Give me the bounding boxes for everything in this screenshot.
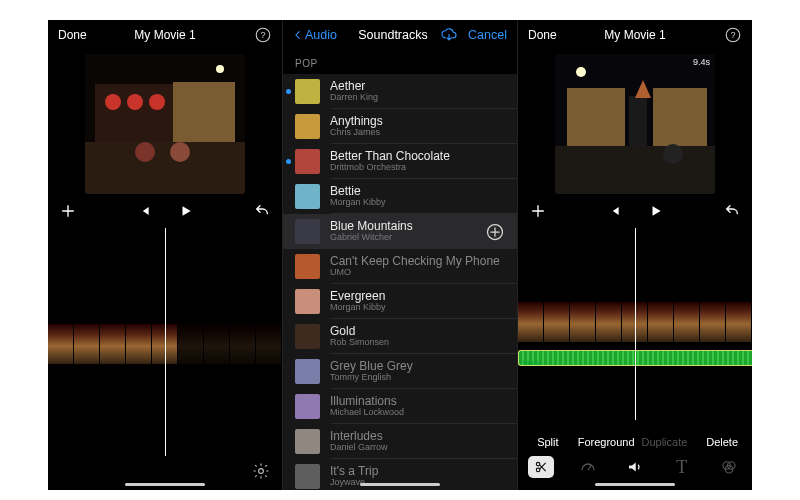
editor-screen-basic: Done My Movie 1 ? [48, 20, 282, 490]
track-title: Aether [330, 80, 505, 93]
svg-rect-3 [85, 142, 245, 194]
play-icon [649, 204, 663, 218]
project-settings-button[interactable] [252, 462, 270, 480]
undo-icon [254, 203, 270, 219]
plus-icon [60, 203, 76, 219]
svg-rect-18 [567, 88, 625, 146]
back-button[interactable]: Audio [293, 28, 349, 42]
topbar: Audio Soundtracks Cancel [283, 20, 517, 50]
help-button[interactable]: ? [230, 26, 272, 44]
svg-rect-8 [173, 82, 235, 142]
scissors-icon [534, 460, 548, 474]
preview-image [85, 54, 245, 194]
chevron-left-icon [293, 28, 303, 42]
previous-button[interactable] [607, 204, 621, 218]
home-indicator [595, 483, 675, 486]
volume-icon [626, 458, 644, 476]
svg-point-21 [576, 67, 586, 77]
track-row[interactable]: BettieMorgan Kibby [283, 179, 517, 214]
undo-button[interactable] [254, 203, 270, 219]
track-row[interactable]: Can't Keep Checking My PhoneUMO [283, 249, 517, 284]
track-artwork [295, 254, 320, 279]
cloud-download-icon[interactable] [440, 28, 458, 42]
track-artist: Morgan Kibby [330, 198, 505, 208]
help-icon: ? [254, 26, 272, 44]
track-row[interactable]: GoldRob Simonsen [283, 319, 517, 354]
track-artist: Drittmob Orchestra [330, 163, 505, 173]
track-artwork [295, 149, 320, 174]
track-artwork [295, 79, 320, 104]
back-label: Audio [305, 28, 337, 42]
track-artwork [295, 394, 320, 419]
track-artwork [295, 429, 320, 454]
track-row[interactable]: AnythingsChris James [283, 109, 517, 144]
video-preview[interactable]: 9.4s [555, 54, 715, 194]
done-button[interactable]: Done [58, 28, 100, 42]
cancel-button[interactable]: Cancel [468, 28, 507, 42]
track-title: Anythings [330, 115, 505, 128]
svg-point-22 [663, 144, 683, 164]
plus-circle-icon [485, 222, 505, 242]
play-button[interactable] [649, 204, 663, 218]
download-indicator-icon [286, 89, 291, 94]
timeline[interactable] [48, 228, 282, 490]
add-media-button[interactable] [60, 203, 76, 219]
svg-text:?: ? [260, 30, 265, 40]
done-button[interactable]: Done [528, 28, 570, 42]
track-list[interactable]: AetherDarren KingAnythingsChris JamesBet… [283, 74, 517, 490]
svg-rect-19 [653, 88, 707, 146]
playhead[interactable] [165, 228, 166, 456]
timestamp: 9.4s [693, 57, 710, 67]
tool-tab-speed[interactable] [565, 458, 612, 476]
undo-icon [724, 203, 740, 219]
track-title: It's a Trip [330, 465, 505, 478]
svg-point-7 [149, 94, 165, 110]
track-artist: Daniel Garrow [330, 443, 505, 453]
add-track-button[interactable] [485, 222, 505, 242]
tool-tab-volume[interactable] [612, 458, 659, 476]
delete-button[interactable]: Delete [694, 436, 750, 448]
help-button[interactable]: ? [700, 26, 742, 44]
play-button[interactable] [179, 204, 193, 218]
tool-tab-titles[interactable]: T [658, 457, 705, 478]
soundtracks-screen: Audio Soundtracks Cancel POP AetherDarre… [283, 20, 517, 490]
skip-back-icon [137, 204, 151, 218]
track-artist: Rob Simonsen [330, 338, 505, 348]
video-preview[interactable] [85, 54, 245, 194]
split-button[interactable]: Split [520, 436, 576, 448]
timeline[interactable]: tains Split Foreground Duplicate Delete [518, 228, 752, 490]
track-title: Gold [330, 325, 505, 338]
track-artist: Morgan Kibby [330, 303, 505, 313]
help-icon: ? [724, 26, 742, 44]
audio-clip-label: tains [519, 358, 540, 367]
track-row[interactable]: IlluminationsMichael Lockwood [283, 389, 517, 424]
track-row[interactable]: AetherDarren King [283, 74, 517, 109]
undo-button[interactable] [724, 203, 740, 219]
track-title: Evergreen [330, 290, 505, 303]
svg-point-5 [105, 94, 121, 110]
svg-point-11 [216, 65, 224, 73]
speedometer-icon [579, 458, 597, 476]
svg-rect-20 [629, 96, 647, 146]
screen-title: Soundtracks [349, 28, 437, 42]
track-row[interactable]: EvergreenMorgan Kibby [283, 284, 517, 319]
foreground-button[interactable]: Foreground [578, 436, 635, 448]
track-row[interactable]: Blue MountainsGabriel Witcher [283, 214, 517, 249]
duplicate-button: Duplicate [637, 436, 693, 448]
add-media-button[interactable] [530, 203, 546, 219]
track-row[interactable]: InterludesDaniel Garrow [283, 424, 517, 459]
svg-point-12 [259, 469, 264, 474]
filters-icon [720, 458, 738, 476]
tool-tab-actions[interactable] [518, 456, 565, 478]
track-artwork [295, 289, 320, 314]
track-artwork [295, 464, 320, 489]
track-row[interactable]: Better Than ChocolateDrittmob Orchestra [283, 144, 517, 179]
previous-button[interactable] [137, 204, 151, 218]
tool-tab-filters[interactable] [705, 458, 752, 476]
track-row[interactable]: Grey Blue GreyTommy English [283, 354, 517, 389]
plus-icon [530, 203, 546, 219]
clip-action-bar: Split Foreground Duplicate Delete [518, 430, 752, 454]
track-title: Bettie [330, 185, 505, 198]
playhead[interactable] [635, 228, 636, 420]
track-artist: Michael Lockwood [330, 408, 505, 418]
